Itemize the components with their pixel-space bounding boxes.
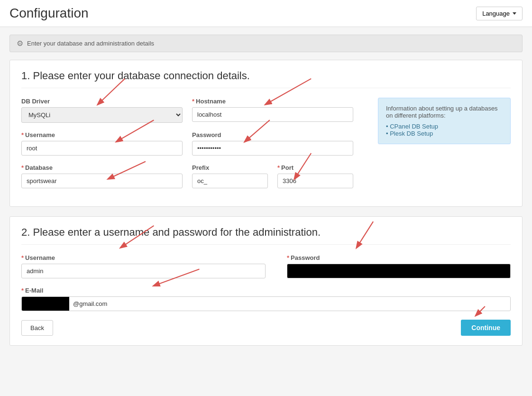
db-password-group: Password [192,131,368,156]
db-password-input[interactable] [192,141,353,156]
admin-section: 2. Please enter a username and password … [9,216,523,346]
database-group: *Database [21,164,183,188]
db-driver-group: DB Driver MySQLi MySQL mssql oracle post… [21,98,183,123]
info-bar: ⚙ Enter your database and administration… [9,35,523,52]
port-label: *Port [277,164,353,171]
info-bar-text: Enter your database and administration d… [27,40,154,47]
hostname-label: *Hostname [192,98,368,105]
db-driver-label: DB Driver [21,98,183,105]
hostname-required: * [192,98,194,105]
db-driver-select[interactable]: MySQLi MySQL mssql oracle postgre sqlite [21,107,183,123]
section2-title: 2. Please enter a username and password … [21,226,511,245]
cpanel-link[interactable]: CPanel DB Setup [390,123,438,130]
db-password-label: Password [192,131,368,138]
db-username-input[interactable] [21,141,183,156]
email-prefix: ████████ [22,297,69,311]
language-label: Language [482,10,510,17]
database-section: 1. Please enter your database connection… [9,60,523,207]
footer-buttons: Back Continue [21,320,511,336]
database-label: *Database [21,164,183,171]
admin-username-group: *Username [21,254,277,278]
section1-title: 1. Please enter your database connection… [21,70,511,88]
admin-password-label: *Password [287,254,511,261]
page-title: Configuration [9,6,89,21]
admin-credentials-row: *Username *Password [21,254,511,278]
admin-password-input[interactable] [287,264,511,278]
db-username-group: *Username [21,131,183,156]
email-label: *E-Mail [21,287,511,294]
db-username-label: *Username [21,131,183,138]
admin-username-input[interactable] [21,264,266,278]
email-input[interactable] [69,297,510,311]
plesk-link[interactable]: Plesk DB Setup [390,130,433,137]
language-button[interactable]: Language [476,7,523,20]
prefix-input[interactable] [192,174,268,188]
info-box-link-cpanel: CPanel DB Setup [386,123,503,130]
admin-username-label: *Username [21,254,277,261]
email-group: *E-Mail ████████ [21,287,511,311]
info-box-links: CPanel DB Setup Plesk DB Setup [386,123,503,137]
port-group: *Port [277,164,353,188]
info-box-text: Information about setting up a databases… [386,105,503,119]
hostname-input[interactable] [192,107,353,122]
gear-icon: ⚙ [17,39,23,48]
info-box: Information about setting up a databases… [378,98,511,144]
language-caret-icon [513,12,516,15]
prefix-label: Prefix [192,164,268,171]
back-button[interactable]: Back [21,320,53,336]
port-input[interactable] [277,174,353,188]
prefix-group: Prefix [192,164,268,188]
admin-password-group: *Password [287,254,511,278]
info-box-link-plesk: Plesk DB Setup [386,130,503,137]
continue-button[interactable]: Continue [461,320,511,336]
database-input[interactable] [21,174,183,188]
hostname-group: *Hostname [192,98,368,122]
